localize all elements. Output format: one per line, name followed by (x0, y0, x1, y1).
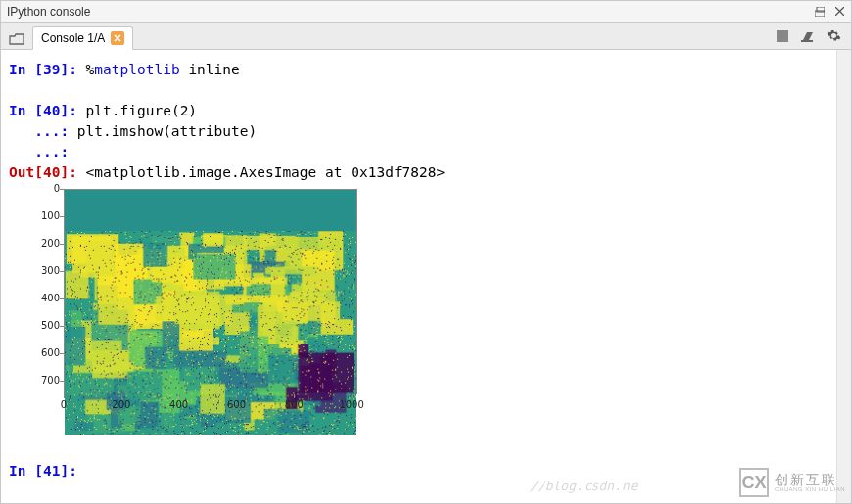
vertical-scrollbar[interactable] (836, 50, 851, 503)
x-tick-label: 600 (221, 398, 251, 413)
console-panel: In [39]: %matplotlib inline In [40]: plt… (1, 50, 851, 503)
watermark-logo: CX (739, 468, 769, 497)
continuation-prompt: ...: (9, 123, 77, 139)
svg-rect-2 (777, 30, 788, 42)
in-prompt: In [40]: (9, 103, 77, 118)
y-tick-label: 0 (30, 182, 60, 197)
y-tick-label: 300 (30, 264, 60, 279)
plot-area (64, 189, 357, 394)
options-gear-icon[interactable] (826, 28, 841, 44)
y-tick-label: 100 (30, 209, 60, 224)
code-line: plt.imshow(attribute) (77, 123, 257, 139)
y-tick-label: 400 (30, 292, 60, 306)
output-figure: 010020030040050060070002004006008001000 (19, 185, 371, 420)
svg-rect-3 (801, 40, 813, 42)
undock-icon[interactable] (814, 6, 826, 18)
x-tick-label: 400 (165, 398, 194, 413)
tab-console-1a[interactable]: Console 1/A (32, 26, 133, 50)
y-tick-label: 200 (30, 237, 60, 252)
x-tick-label: 200 (107, 398, 136, 413)
titlebar: IPython console (1, 1, 851, 23)
watermark-url: //blog.csdn.ne (530, 479, 638, 493)
browse-tabs-button[interactable] (5, 27, 28, 49)
tabbar: Console 1/A (1, 23, 851, 50)
y-tick-label: 600 (30, 346, 60, 361)
x-tick-label: 800 (279, 398, 308, 413)
code-line: plt.figure(2) (86, 103, 198, 118)
code-line: %matplotlib inline (86, 62, 240, 77)
watermark-py: CHUANG XIN HU LIAN (775, 486, 845, 492)
output-text: <matplotlib.image.AxesImage at 0x13df782… (86, 164, 446, 180)
window-title: IPython console (7, 5, 90, 19)
watermark: CX 创新互联 CHUANG XIN HU LIAN (739, 468, 845, 497)
tab-label: Console 1/A (41, 31, 105, 45)
in-prompt: In [39]: (9, 62, 77, 77)
close-icon[interactable] (833, 6, 845, 18)
x-tick-label: 0 (49, 398, 78, 413)
y-tick-label: 500 (30, 319, 60, 334)
y-tick-label: 700 (30, 374, 60, 389)
tab-close-icon[interactable] (111, 31, 124, 45)
continuation-prompt: ...: (9, 144, 77, 160)
console-output[interactable]: In [39]: %matplotlib inline In [40]: plt… (1, 50, 836, 503)
clear-icon[interactable] (800, 28, 816, 44)
watermark-cn: 创新互联 (775, 473, 845, 486)
x-tick-label: 1000 (337, 398, 366, 413)
stop-icon[interactable] (775, 28, 790, 44)
out-prompt: Out[40]: (9, 164, 77, 180)
